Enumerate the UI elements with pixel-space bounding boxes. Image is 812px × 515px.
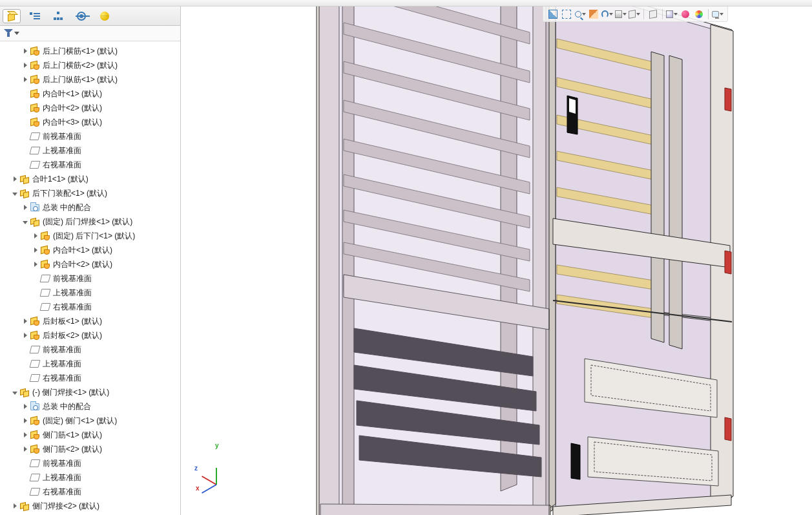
tree-item[interactable]: 内合叶<1> (默认) xyxy=(0,87,180,101)
tree-item[interactable]: 后上门横筋<1> (默认) xyxy=(0,44,180,58)
tree-item-label: 总装 中的配合 xyxy=(43,200,91,215)
tree-item[interactable]: 内合叶<1> (默认) xyxy=(0,243,180,257)
tree-item[interactable]: (固定) 后门焊接<1> (默认) xyxy=(0,215,180,229)
indent xyxy=(21,271,31,286)
indent xyxy=(10,470,21,485)
tree-item[interactable]: 前视基准面 xyxy=(0,342,180,357)
axis-y-label: y xyxy=(215,442,219,449)
expander[interactable] xyxy=(21,44,30,58)
tree-item[interactable]: 上视基准面 xyxy=(0,286,180,300)
tree-item-label: 后封板<1> (默认) xyxy=(43,314,102,328)
tree-item[interactable]: 总装 中的配合 xyxy=(0,399,180,414)
assembly-icon xyxy=(19,501,30,511)
indent xyxy=(10,271,21,286)
svg-marker-39 xyxy=(571,443,580,479)
expander xyxy=(31,271,40,286)
expander[interactable] xyxy=(21,215,30,229)
appearance-button[interactable] xyxy=(680,8,691,20)
display-style-button[interactable] xyxy=(615,8,627,20)
tree-item[interactable]: (固定) 后下门<1> (默认) xyxy=(0,229,180,243)
expander[interactable] xyxy=(10,186,19,200)
expander[interactable] xyxy=(21,58,30,72)
expander[interactable] xyxy=(10,499,19,513)
expander[interactable] xyxy=(21,72,30,87)
tree-item[interactable]: 上视基准面 xyxy=(0,143,180,158)
indent xyxy=(0,328,10,342)
chevron-right-icon xyxy=(24,77,27,82)
expander[interactable] xyxy=(10,172,19,186)
expander[interactable] xyxy=(31,229,40,243)
tree-item[interactable]: 右视基准面 xyxy=(0,158,180,172)
feature-tree-scroll[interactable]: 后上门横筋<1> (默认)后上门横筋<2> (默认)后上门纵筋<1> (默认)内… xyxy=(0,41,180,515)
expander[interactable] xyxy=(21,200,30,215)
svg-marker-42 xyxy=(725,417,731,441)
zoom-to-area-button[interactable] xyxy=(561,8,572,20)
tree-item[interactable]: 前视基准面 xyxy=(0,129,180,143)
tab-feature-list[interactable] xyxy=(26,9,44,23)
display-style-icon xyxy=(615,10,622,18)
zoom-to-fit-button[interactable] xyxy=(547,8,559,20)
previous-view-button[interactable] xyxy=(574,8,586,20)
tab-appearance[interactable] xyxy=(96,9,114,23)
expander[interactable] xyxy=(10,385,19,399)
section-view-button[interactable] xyxy=(588,8,599,20)
view-orientation-button[interactable] xyxy=(601,8,613,20)
expander[interactable] xyxy=(21,442,30,456)
tree-item[interactable]: 侧门筋<1> (默认) xyxy=(0,428,180,442)
expander[interactable] xyxy=(21,314,30,328)
chevron-down-icon xyxy=(609,13,613,16)
tree-item-label: 侧门筋<2> (默认) xyxy=(43,442,102,456)
tree-item[interactable]: 后上门横筋<2> (默认) xyxy=(0,58,180,72)
tree-item[interactable]: 前视基准面 xyxy=(0,456,180,470)
indent xyxy=(0,172,10,186)
appearance-icon xyxy=(682,10,689,18)
plane-icon xyxy=(30,359,40,369)
filter-bar[interactable] xyxy=(0,26,180,41)
orientation-triad[interactable]: x y z xyxy=(197,450,236,489)
expander[interactable] xyxy=(21,328,30,342)
tree-item[interactable]: 右视基准面 xyxy=(0,371,180,385)
tree-item[interactable]: (-) 侧门焊接<1> (默认) xyxy=(0,385,180,399)
tree-item[interactable]: (固定) 侧门<1> (默认) xyxy=(0,414,180,428)
tree-item[interactable]: 右视基准面 xyxy=(0,300,180,314)
plane-icon xyxy=(30,131,40,142)
tree-item[interactable]: 内合叶<3> (默认) xyxy=(0,115,180,129)
tree-item[interactable]: 合叶1<1> (默认) xyxy=(0,172,180,186)
tab-hierarchy[interactable] xyxy=(49,9,67,23)
graphics-viewport[interactable]: x y z xyxy=(181,6,812,515)
tab-assembly[interactable] xyxy=(3,9,21,23)
chevron-right-icon xyxy=(24,432,27,437)
chevron-down-icon xyxy=(582,13,586,16)
expander[interactable] xyxy=(31,243,40,257)
tree-item-label: 后上门横筋<2> (默认) xyxy=(43,58,118,72)
decal-button[interactable] xyxy=(693,8,705,20)
heads-up-view-toolbar xyxy=(543,6,728,22)
screen-capture-button[interactable] xyxy=(712,8,724,20)
mates-folder-icon xyxy=(30,202,40,213)
tree-item[interactable]: 上视基准面 xyxy=(0,470,180,485)
indent xyxy=(10,115,21,129)
tree-item-label: (固定) 后下门<1> (默认) xyxy=(53,229,135,243)
hide-show-items-button[interactable] xyxy=(629,8,640,20)
tree-item[interactable]: 前视基准面 xyxy=(0,271,180,286)
tab-display-manager[interactable] xyxy=(72,9,90,23)
tree-item[interactable]: 侧门焊接<2> (默认) xyxy=(0,499,180,513)
expander[interactable] xyxy=(21,414,30,428)
expander[interactable] xyxy=(21,399,30,414)
edit-appearance-button[interactable] xyxy=(647,8,659,20)
part-icon xyxy=(30,89,40,99)
tree-item[interactable]: 总装 中的配合 xyxy=(0,200,180,215)
tree-item[interactable]: 内合叶<2> (默认) xyxy=(0,101,180,115)
tree-item[interactable]: 内合叶<2> (默认) xyxy=(0,257,180,271)
tree-item[interactable]: 右视基准面 xyxy=(0,485,180,499)
tree-item[interactable]: 后下门装配<1> (默认) xyxy=(0,186,180,200)
tree-item[interactable]: 侧门筋<2> (默认) xyxy=(0,442,180,456)
tree-item[interactable]: 上视基准面 xyxy=(0,357,180,371)
tree-item[interactable]: 后封板<1> (默认) xyxy=(0,314,180,328)
tree-item[interactable]: 后封板<2> (默认) xyxy=(0,328,180,342)
apply-scene-button[interactable] xyxy=(666,8,678,20)
expander[interactable] xyxy=(21,428,30,442)
tree-item[interactable]: 后上门纵筋<1> (默认) xyxy=(0,72,180,87)
indent xyxy=(21,300,31,314)
expander[interactable] xyxy=(31,257,40,271)
